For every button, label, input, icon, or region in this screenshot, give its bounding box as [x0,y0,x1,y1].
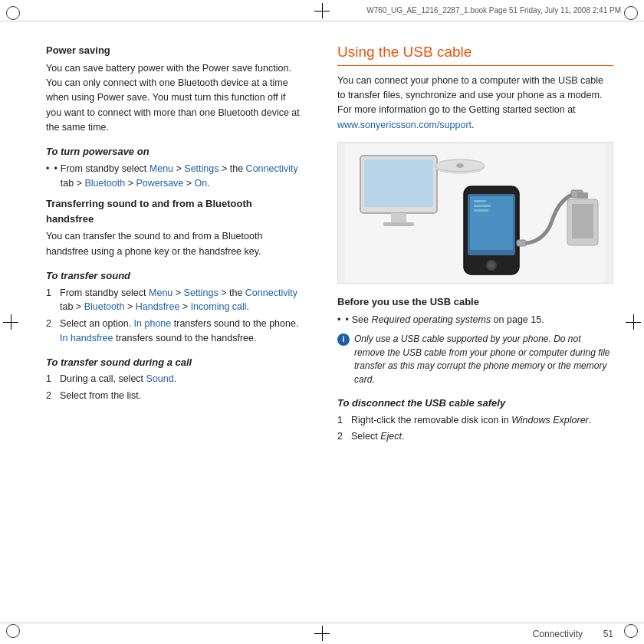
svg-rect-16 [517,240,526,246]
top-bar: W760_UG_AE_1216_2287_1.book Page 51 Frid… [0,0,644,21]
svg-rect-3 [391,213,406,222]
disconnect-section: To disconnect the USB cable safely 1 Rig… [337,396,613,444]
usb-heading: Using the USB cable [337,43,613,66]
transfer-sound-steps: 1 From standby select Menu > Settings > … [46,286,301,346]
power-saving-body: You can save battery power with the Powe… [46,61,301,136]
svg-rect-12 [474,205,491,207]
transfer-sound-call-steps: 1 During a call, select Sound. 2 Select … [46,372,301,403]
transfer-sound-title: Transferring sound to and from a Bluetoo… [46,196,301,226]
disconnect-steps: 1 Right-click the removable disk icon in… [337,413,613,445]
note-text: Only use a USB cable supported by your p… [354,333,613,386]
to-transfer-sound-call-heading: To transfer sound during a call [46,355,301,370]
transfer-call-step-1: 1 During a call, select Sound. [46,372,301,386]
svg-point-15 [488,262,495,268]
powersave-step1: • From standby select Menu > Settings > … [46,162,301,191]
svg-rect-13 [474,209,488,212]
transfer-sound-section: Transferring sound to and from a Bluetoo… [46,196,301,402]
left-column: Power saving You can save battery power … [0,21,322,623]
svg-rect-2 [364,159,433,207]
footer-page: 51 [590,629,613,639]
svg-rect-11 [474,200,486,202]
website-link[interactable]: www.sonyericsson.com/support [337,120,472,130]
transfer-call-step-2: 2 Select from the list. [46,389,301,403]
bottom-bar: Connectivity 51 [0,623,644,644]
file-info: W760_UG_AE_1216_2287_1.book Page 51 Frid… [366,6,621,15]
footer-section: Connectivity [31,629,590,639]
content-area: Power saving You can save battery power … [0,21,644,623]
before-usb-item: • See Required operating systems on page… [337,313,613,327]
svg-rect-20 [577,192,588,199]
power-saving-section: Power saving You can save battery power … [46,43,301,190]
usb-illustration [337,142,613,284]
svg-point-7 [456,163,464,168]
transfer-step-1: 1 From standby select Menu > Settings > … [46,286,301,315]
power-saving-title: Power saving [46,43,301,58]
usb-svg [345,144,606,282]
usb-body: You can connect your phone to a computer… [337,74,613,133]
before-usb-title: Before you use the USB cable [337,294,613,310]
note-box: i Only use a USB cable supported by your… [337,333,613,386]
before-usb-list: • See Required operating systems on page… [337,313,613,327]
disconnect-step-1: 1 Right-click the removable disk icon in… [337,413,613,428]
before-usb-section: Before you use the USB cable • See Requi… [337,294,613,327]
powersave-steps: • From standby select Menu > Settings > … [46,162,301,191]
transfer-sound-body: You can transfer the sound to and from a… [46,229,301,259]
svg-rect-19 [572,204,593,238]
note-icon: i [337,334,350,346]
right-column: Using the USB cable You can connect your… [322,21,644,623]
transfer-step-2: 2 Select an option. In phone transfers s… [46,317,301,346]
disconnect-heading: To disconnect the USB cable safely [337,396,613,411]
disconnect-step-2: 2 Select Eject. [337,429,613,444]
turn-powersave-heading: To turn powersave on [46,144,301,159]
to-transfer-sound-heading: To transfer sound [46,268,301,284]
svg-rect-4 [383,222,414,226]
svg-rect-10 [470,196,513,250]
